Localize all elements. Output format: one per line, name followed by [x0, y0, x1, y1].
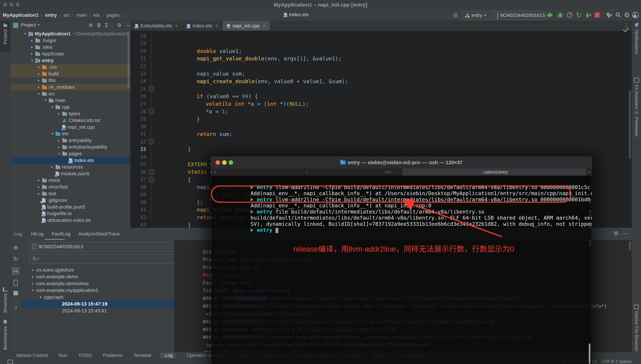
faultlog-row[interactable]: ▸ com.example.demo: [21, 274, 185, 280]
hide-panel-icon[interactable]: —: [126, 22, 131, 28]
tree-row[interactable]: ≡ obfuscation-rules.txt: [11, 217, 130, 224]
device-log-icon[interactable]: [14, 280, 18, 286]
hide-panel-icon[interactable]: —: [622, 230, 627, 236]
fold-marker-icon[interactable]: [149, 177, 154, 182]
inspection-ok-icon[interactable]: [623, 28, 629, 32]
fold-marker-icon[interactable]: [149, 86, 154, 91]
faultlog-row[interactable]: ▸ com.example.demoohos: [21, 280, 185, 287]
tree-row[interactable]: ▸ oh_modules: [11, 84, 130, 90]
tree-chevron-icon[interactable]: ▸: [36, 78, 42, 83]
tree-row[interactable]: ▸ mock: [11, 177, 130, 184]
faultlog-row[interactable]: ▾ com.example.myapplication1: [21, 287, 185, 294]
editor-tab[interactable]: C++ napi_init.cpp ×: [223, 21, 270, 31]
close-tab-icon[interactable]: ×: [175, 23, 178, 28]
faultlog-row[interactable]: ▾ cppcrash: [21, 294, 185, 301]
tree-chevron-icon[interactable]: ▾: [37, 295, 44, 300]
tool-window-button[interactable]: Problems: [101, 353, 123, 358]
tree-chevron-icon[interactable]: ▸: [56, 112, 62, 116]
sidebar-tab-bookmarks[interactable]: Bookmarks: [0, 318, 10, 354]
sidebar-tab-structure[interactable]: Structure: [0, 285, 10, 319]
tree-chevron-icon[interactable]: ▾: [49, 132, 56, 136]
refresh-icon[interactable]: ↻: [14, 256, 18, 262]
line-separator[interactable]: LF: [592, 359, 597, 364]
tree-chevron-icon[interactable]: ▾: [42, 98, 49, 103]
close-tab-icon[interactable]: ×: [215, 23, 218, 28]
run-button[interactable]: [547, 11, 555, 19]
breadcrumb-item[interactable]: pages: [107, 12, 120, 18]
chevron-down-icon[interactable]: ▾: [38, 23, 40, 27]
breadcrumb-item[interactable]: src: [63, 12, 70, 18]
device-select[interactable]: 9CN0224402001613 ▾: [495, 11, 546, 20]
tree-chevron-icon[interactable]: ▸: [56, 145, 62, 149]
tree-row[interactable]: ▸ ohosTest: [11, 184, 130, 190]
tree-chevron-icon[interactable]: ▾: [49, 105, 56, 109]
fold-marker-icon[interactable]: [149, 139, 154, 144]
tree-chevron-icon[interactable]: ▸: [29, 45, 35, 49]
new-terminal-tab-button[interactable]: +: [586, 168, 592, 176]
fold-marker-icon[interactable]: [149, 109, 154, 114]
locate-device-icon[interactable]: ◎: [451, 11, 460, 19]
project-view-title[interactable]: Project: [21, 22, 36, 28]
tree-row[interactable]: ▾ entry: [11, 57, 130, 64]
tree-row[interactable]: ▾ MyApplication1 ~/Desktop/MyApplication…: [11, 30, 130, 37]
log-tab[interactable]: FaultLog: [52, 231, 71, 237]
tree-row[interactable]: ▾ cpp: [11, 104, 130, 110]
tree-chevron-icon[interactable]: ▾: [29, 58, 35, 63]
stop-button[interactable]: [593, 11, 601, 19]
tree-chevron-icon[interactable]: ▸: [29, 52, 35, 56]
locate-icon[interactable]: ⊕: [14, 244, 18, 251]
editor-tab[interactable]: ETS EntryAbility.ets ×: [131, 21, 182, 31]
fold-marker-icon[interactable]: [149, 169, 154, 174]
tab-device-file-browser[interactable]: Device File Browser: [632, 305, 641, 351]
tool-window-button[interactable]: Run: [57, 353, 68, 358]
collapse-all-icon[interactable]: [105, 23, 108, 27]
panel-settings-icon[interactable]: ⚙: [117, 22, 122, 28]
attach-debugger-button[interactable]: [584, 11, 592, 19]
tree-chevron-icon[interactable]: ▸: [56, 138, 62, 143]
tree-chevron-icon[interactable]: ▸: [49, 165, 56, 169]
debug-button[interactable]: [556, 11, 564, 19]
layout-icon[interactable]: [8, 360, 13, 364]
tree-row[interactable]: ▾ src: [11, 90, 130, 97]
profile-button[interactable]: [565, 11, 574, 19]
tree-chevron-icon[interactable]: ▸: [36, 72, 42, 76]
tree-chevron-icon[interactable]: ▸: [30, 281, 36, 286]
tree-row[interactable]: {} module.json5: [11, 170, 130, 177]
tree-chevron-icon[interactable]: ▾: [22, 32, 29, 36]
breadcrumb-item[interactable]: main: [77, 12, 87, 18]
save-icon[interactable]: [14, 291, 18, 295]
tree-row[interactable]: ▸ .idea: [11, 44, 130, 50]
profile-avatar-button[interactable]: [631, 11, 639, 19]
tree-row[interactable]: ▸ .hvigor: [11, 37, 130, 44]
tree-chevron-icon[interactable]: ▾: [36, 92, 42, 96]
tree-chevron-icon[interactable]: ▸: [36, 192, 42, 196]
tree-row[interactable]: CMakeLists.txt: [11, 117, 130, 124]
tree-chevron-icon[interactable]: ▾: [56, 152, 62, 156]
terminal-scrollbar[interactable]: [589, 344, 590, 364]
faultlog-search-input[interactable]: ▾: [30, 254, 183, 264]
tree-row[interactable]: ▾ ets: [11, 130, 130, 137]
indent-setting[interactable]: 2 spaces: [615, 359, 633, 364]
tree-row[interactable]: ▾ pages: [11, 150, 130, 157]
tree-row[interactable]: ▸ libs: [11, 77, 130, 84]
tree-chevron-icon[interactable]: ▸: [30, 268, 36, 272]
tree-row[interactable]: ▸ types: [11, 110, 130, 117]
editor-tab[interactable]: ETS Index.ets ×: [182, 21, 223, 31]
editor-scrollbar[interactable]: [629, 90, 631, 159]
terminal-body[interactable]: entry llvm-addr2line -Cfpie build/defaul…: [211, 176, 592, 364]
locate-file-icon[interactable]: ⊕: [89, 22, 93, 28]
breadcrumb-file[interactable]: ETS Index.ets: [284, 12, 309, 18]
terminal-tab[interactable]: × ~ -zsh ...: [211, 168, 402, 176]
tree-row[interactable]: ▸ build: [11, 70, 130, 77]
tree-row[interactable]: ▸ entryability: [11, 137, 130, 144]
tool-window-button[interactable]: Log: [160, 352, 176, 358]
expand-all-icon[interactable]: [97, 23, 101, 28]
tool-window-button[interactable]: Terminal: [132, 353, 151, 358]
tree-chevron-icon[interactable]: ▸: [36, 185, 42, 189]
tree-chevron-icon[interactable]: ▾: [30, 288, 36, 292]
faultlog-row[interactable]: 2024-09-13 15:47:19: [21, 301, 185, 308]
run-config-select[interactable]: entry ▾: [462, 11, 495, 20]
tree-row[interactable]: TS hvigorfile.ts: [11, 210, 130, 217]
tree-row[interactable]: ▾ main: [11, 97, 130, 104]
file-encoding[interactable]: UTF-8: [602, 359, 614, 364]
